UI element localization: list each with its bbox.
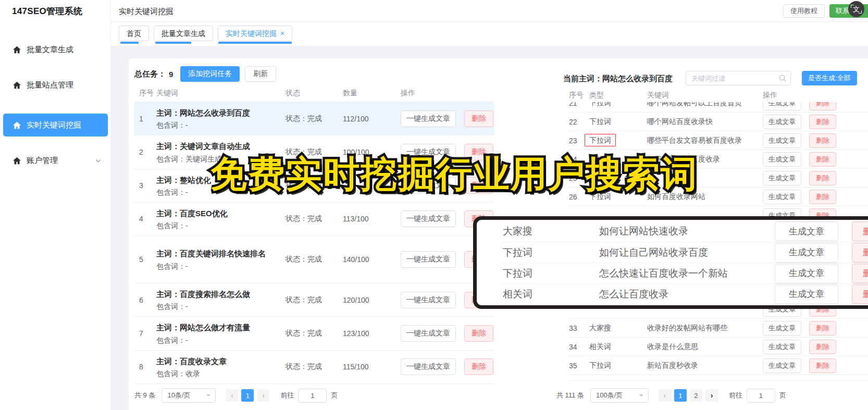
delete-button[interactable]: 删除 (464, 358, 493, 375)
delete-button[interactable]: 删除 (809, 152, 836, 167)
delete-button[interactable]: 删除 (809, 358, 836, 373)
delete-button[interactable]: 删除 (852, 264, 868, 283)
generate-article-button[interactable]: 一键生成文章 (401, 292, 456, 308)
keyword-row-ops: 生成文章删除 (763, 152, 868, 167)
task-include-word: 包含词：- (156, 302, 270, 312)
task-row-qty: 120/100 (343, 296, 401, 304)
keyword-filter-input[interactable] (686, 71, 791, 85)
page-size-select[interactable]: 100条/页 (590, 388, 649, 403)
task-main-word: 主词：百度SEO优化 (156, 207, 270, 219)
prev-page-button[interactable]: ‹ (226, 389, 238, 402)
next-page-button[interactable]: › (705, 389, 718, 402)
generate-all-button[interactable]: 是否生成:全部 (802, 71, 857, 85)
keyword-row-keyword: 新站百度秒收录 (647, 361, 763, 370)
task-row-keyword: 主词：百度收录文章包含词：收录 (156, 351, 286, 383)
generate-article-button[interactable]: 生成文章 (775, 264, 838, 283)
task-include-word: 包含词：- (156, 336, 270, 345)
next-page-button[interactable]: › (257, 389, 269, 402)
delete-button[interactable]: 删除 (852, 284, 868, 304)
tasks-pagination: 共 9 条10条/页‹1›前往页 (134, 388, 338, 403)
goto-label: 前往 (280, 391, 294, 400)
generate-article-button[interactable]: 生成文章 (763, 133, 801, 148)
generate-article-button[interactable]: 生成文章 (763, 321, 801, 336)
chevron-down-icon (95, 157, 102, 164)
delete-button[interactable]: 删除 (464, 110, 493, 127)
tasks-table-body: 1主词：网站怎么收录到百度包含词：-状态：完成112/100一键生成文章删除2主… (134, 102, 494, 384)
generate-article-button[interactable]: 生成文章 (763, 340, 801, 354)
generate-article-button[interactable]: 生成文章 (775, 243, 838, 263)
col-ops: 操作 (763, 91, 868, 100)
page-button-1[interactable]: 1 (241, 389, 254, 402)
task-row-status: 状态：完成 (286, 329, 343, 338)
delete-button[interactable]: 删除 (809, 340, 836, 354)
generate-article-button[interactable]: 一键生成文章 (401, 110, 456, 127)
generate-article-button[interactable]: 一键生成文章 (401, 325, 456, 342)
generate-article-button[interactable]: 生成文章 (763, 102, 801, 110)
col-no: 序号 (569, 91, 589, 100)
delete-button[interactable]: 删除 (809, 133, 836, 148)
col-type: 类型 (589, 91, 647, 100)
tab-1[interactable]: 首页 (119, 26, 149, 41)
close-icon[interactable]: × (280, 29, 284, 38)
delete-button[interactable]: 删除 (852, 243, 868, 263)
keyword-row-ops: 生成文章删除 (763, 171, 868, 185)
keyword-row-type: 大家搜 (503, 225, 599, 238)
delete-button[interactable]: 删除 (809, 115, 836, 129)
page-size-select[interactable]: 10条/页 (162, 388, 216, 403)
task-row-keyword: 主词：网站怎么做才有流量包含词：- (156, 317, 286, 350)
page-button-2[interactable]: 2 (690, 389, 702, 402)
delete-button[interactable]: 删除 (464, 325, 493, 342)
keyword-filter (686, 71, 791, 85)
refresh-button[interactable]: 刷新 (245, 66, 276, 82)
generate-article-button[interactable]: 一键生成文章 (401, 210, 456, 227)
delete-button[interactable]: 删除 (809, 171, 836, 185)
task-main-word: 主词：百度关键词排名快速排名 (156, 247, 270, 259)
task-row-keyword: 主词：百度搜索排名怎么做包含词：- (156, 283, 286, 316)
keyword-row-keyword: 怎么快速让百度收录一个新站 (599, 267, 775, 280)
total-tasks-count: 9 (169, 70, 173, 79)
keyword-row-keyword: 收录好的发帖网站有哪些 (647, 324, 763, 333)
keyword-row-type: 下拉词 (503, 246, 599, 259)
generate-article-button[interactable]: 生成文章 (763, 358, 801, 373)
sidebar-item-2[interactable]: 批量站点管理 (0, 74, 111, 95)
delete-button[interactable]: 删除 (809, 102, 836, 110)
task-row-keyword: 主词：百度关键词排名快速排名包含词：- (156, 243, 286, 276)
page-button-1[interactable]: 1 (674, 389, 687, 402)
generate-article-button[interactable]: 生成文章 (775, 221, 838, 241)
translate-badge-icon[interactable]: 文 (848, 1, 864, 17)
add-task-button[interactable]: 添加挖词任务 (180, 66, 240, 82)
sidebar-item-3[interactable]: 实时关键词挖掘 (3, 114, 108, 136)
generate-article-button[interactable]: 生成文章 (763, 115, 801, 129)
task-row: 8主词：百度收录文章包含词：收录状态：完成115/100一键生成文章删除 (134, 351, 494, 384)
keyword-row-keyword: 收录是什么意思 (647, 342, 763, 352)
task-row-keyword: 主词：网站怎么收录到百度包含词：- (156, 102, 286, 135)
magnifier-row: 下拉词如何让自己网站收录百度生成文章删除 (503, 242, 868, 263)
generate-article-button[interactable]: 一键生成文章 (401, 358, 456, 375)
generate-article-button[interactable]: 生成文章 (763, 152, 801, 167)
page-title: 实时关键词挖掘 (119, 7, 173, 17)
tab-2[interactable]: 批量文章生成 (154, 26, 213, 41)
generate-article-button[interactable]: 生成文章 (763, 190, 801, 204)
content-card: 总任务： 9 添加挖词任务 刷新 序号 关键词 状态 数量 操作 1主词：网站怎… (129, 58, 868, 410)
goto-page-input[interactable] (298, 389, 327, 403)
generate-article-button[interactable]: 生成文章 (775, 284, 838, 304)
page-size-value: 100条/页 (596, 391, 623, 400)
delete-button[interactable]: 删除 (809, 321, 836, 336)
task-row-no: 8 (134, 363, 156, 371)
goto-page-input[interactable] (747, 389, 775, 403)
delete-button[interactable]: 删除 (852, 221, 868, 241)
keyword-row-no: 35 (569, 362, 589, 370)
sidebar-item-label: 批量站点管理 (27, 80, 73, 90)
generate-article-button[interactable]: 一键生成文章 (401, 251, 456, 268)
tab-3[interactable]: 实时关键词挖掘× (218, 26, 292, 41)
tutorial-button[interactable]: 使用教程 (783, 4, 825, 18)
generate-article-button[interactable]: 生成文章 (763, 171, 801, 185)
sidebar-item-1[interactable]: 批量文章生成 (0, 39, 111, 60)
sidebar-item-label: 实时关键词挖掘 (27, 120, 81, 130)
sidebar-item-4[interactable]: 账户管理 (0, 150, 111, 171)
delete-button[interactable]: 删除 (809, 190, 836, 204)
prev-page-button[interactable]: ‹ (659, 389, 671, 402)
col-keyword: 关键词 (156, 89, 286, 98)
keyword-row-keyword: 如何让自己网站收录百度 (599, 246, 775, 259)
search-icon (778, 74, 787, 84)
